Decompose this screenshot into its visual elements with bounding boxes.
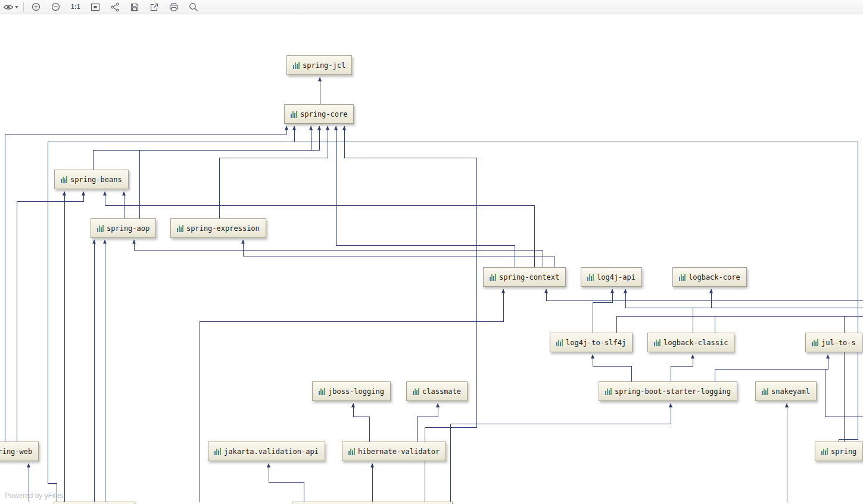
edge-hibernate-validator-to-classmate <box>417 403 438 442</box>
edge-spring-boot-starter-logging-to-jul-to-slf4j <box>715 355 828 381</box>
node-jakarta-validation-api[interactable]: jakarta.validation-api <box>208 442 325 461</box>
diagram-stage[interactable]: spring-jclspring-corespring-beansspring-… <box>0 0 863 504</box>
edge-layer <box>0 0 863 504</box>
library-bars-icon <box>556 339 563 346</box>
library-bars-icon <box>177 225 183 232</box>
edge-offscreen-right-to-log4j-api <box>625 289 863 308</box>
node-label: spring-context <box>499 273 559 281</box>
dropdown-caret-icon <box>15 6 18 8</box>
library-bars-icon <box>97 225 104 232</box>
find-button[interactable] <box>185 1 202 12</box>
actual-size-button[interactable]: 1:1 <box>67 1 84 12</box>
yfiles-brand: yFiles <box>45 492 63 500</box>
node-label: jboss-logging <box>328 387 384 396</box>
powered-by-yfiles: Powered by yFiles <box>5 492 63 500</box>
node-log4j-to-slf4j[interactable]: log4j-to-slf4j <box>550 333 633 352</box>
node-label: log4j-to-slf4j <box>566 339 626 347</box>
edge-hibernate-validator-to-jboss-logging <box>353 403 369 442</box>
edge-spring-web-to-spring-core <box>5 126 286 442</box>
library-bars-icon <box>490 274 496 281</box>
edge-spring-context-to-spring-core <box>336 126 515 267</box>
view-options-icon <box>3 2 14 12</box>
edge-spring-beans-to-spring-core <box>93 126 311 170</box>
view-options-button[interactable] <box>2 1 19 12</box>
export-button[interactable] <box>146 1 163 12</box>
node-label: spring-boot-starter-logging <box>615 387 731 396</box>
zoom-out-icon <box>51 2 61 12</box>
library-bars-icon <box>762 388 768 395</box>
actual-size-label: 1:1 <box>71 4 80 10</box>
library-bars-icon <box>587 274 594 281</box>
zoom-in-icon <box>31 2 42 12</box>
node-spring-context[interactable]: spring-context <box>483 267 566 287</box>
node-label: spring-expression <box>186 224 260 233</box>
library-bars-icon <box>679 274 686 281</box>
powered-by-text: Powered by <box>5 492 42 500</box>
library-bars-icon <box>214 448 221 455</box>
node-classmate[interactable]: classmate <box>406 381 468 401</box>
node-spring-web[interactable]: spring-web <box>0 442 39 461</box>
node-spring-beans[interactable]: spring-beans <box>54 170 129 189</box>
library-bars-icon <box>812 339 818 346</box>
node-spring-jcl[interactable]: spring-jcl <box>286 55 352 75</box>
node-partial-bottom-left[interactable] <box>54 502 135 504</box>
edge-spring-expression-to-spring-core <box>219 126 328 218</box>
library-bars-icon <box>821 448 828 455</box>
node-label: spring-jcl <box>303 61 345 70</box>
node-spring-right[interactable]: spring <box>815 442 863 461</box>
edge-spring-aop-to-spring-core <box>139 126 319 218</box>
edge-offscreen-right-to-spring-context <box>546 289 863 300</box>
node-label: snakeyaml <box>771 387 810 396</box>
node-spring-boot-starter-logging[interactable]: spring-boot-starter-logging <box>599 381 737 401</box>
fit-content-button[interactable] <box>87 1 104 12</box>
node-partial-bottom-center[interactable] <box>292 502 453 504</box>
edge-log4j-to-slf4j-to-log4j-api <box>593 289 612 333</box>
edge-logback-classic-to-logback-core <box>693 289 711 333</box>
node-label: spring-web <box>0 447 32 456</box>
edge-spring-boot-starter-logging-to-logback-classic <box>671 355 693 381</box>
node-label: logback-core <box>688 273 740 281</box>
node-hibernate-validator[interactable]: hibernate-validator <box>342 442 446 461</box>
library-bars-icon <box>319 388 325 395</box>
save-icon <box>129 2 140 12</box>
edge-offscreen-bottom-to-spring-boot-starter-logging <box>450 403 671 502</box>
print-icon <box>169 2 179 12</box>
node-label: spring-aop <box>107 224 149 233</box>
node-label: spring-core <box>300 110 347 118</box>
node-label: spring-beans <box>70 176 122 184</box>
node-spring-core[interactable]: spring-core <box>284 104 354 124</box>
library-bars-icon <box>61 176 67 183</box>
fit-content-icon <box>90 2 101 12</box>
node-label: log4j-api <box>597 273 635 281</box>
library-bars-icon <box>654 339 661 346</box>
edge-spring-context-to-spring-expression <box>243 240 554 267</box>
edge-spring-context-to-spring-aop <box>134 240 543 267</box>
node-spring-aop[interactable]: spring-aop <box>91 218 156 238</box>
edge-spring-web-to-spring-beans <box>17 192 83 442</box>
print-button[interactable] <box>166 1 182 12</box>
edge-offscreen-bottom-to-jakarta-validation-api <box>269 464 304 502</box>
save-button[interactable] <box>126 1 143 12</box>
node-snakeyaml[interactable]: snakeyaml <box>755 381 817 401</box>
library-bars-icon <box>348 448 355 455</box>
node-logback-core[interactable]: logback-core <box>672 267 747 287</box>
edge-spring-boot-starter-logging-to-log4j-to-slf4j <box>593 355 631 381</box>
node-label: hibernate-validator <box>358 447 440 456</box>
library-bars-icon <box>293 62 300 69</box>
share-button[interactable] <box>107 1 123 12</box>
node-label: logback-classic <box>663 339 728 347</box>
node-logback-classic[interactable]: logback-classic <box>647 333 734 352</box>
node-label: jakarta.validation-api <box>224 447 319 456</box>
node-jboss-logging[interactable]: jboss-logging <box>312 381 391 401</box>
node-log4j-api[interactable]: log4j-api <box>581 267 642 287</box>
library-bars-icon <box>605 388 612 395</box>
zoom-out-button[interactable] <box>48 1 64 12</box>
toolbar-separator <box>23 2 24 12</box>
node-label: spring <box>831 447 856 456</box>
node-jul-to-slf4j[interactable]: jul-to-s <box>805 333 862 352</box>
node-spring-expression[interactable]: spring-expression <box>170 218 266 238</box>
library-bars-icon <box>413 388 419 395</box>
node-label: classmate <box>422 387 461 396</box>
zoom-in-button[interactable] <box>28 1 45 12</box>
export-icon <box>149 2 160 12</box>
